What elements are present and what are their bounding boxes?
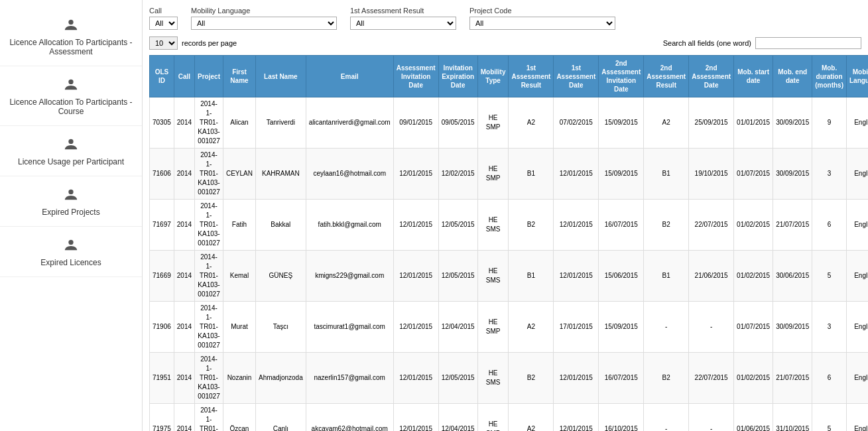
cell-2-5: fatih.bkkl@gmail.com [306,200,393,251]
cell-5-14: 01/02/2015 [734,353,773,404]
cell-2-12: B2 [644,200,689,251]
cell-4-16: 3 [812,302,847,353]
data-table: OLS ID Call Project First Name Last Name… [149,55,868,431]
cell-5-9: B2 [509,353,554,404]
call-filter-select[interactable]: All [149,17,178,30]
sidebar-item-label-1: Licence Allocation To Participants - Ass… [7,38,135,56]
cell-0-12: A2 [644,97,689,149]
cell-1-14: 01/07/2015 [734,149,773,200]
cell-4-7: 12/04/2015 [438,302,477,353]
cell-5-0: 71951 [150,353,174,404]
sidebar-item-label-4: Expired Projects [42,208,99,217]
mobility-language-filter: Mobility Language All [191,7,337,30]
cell-6-6: 12/01/2015 [393,404,438,432]
cell-4-8: HE SMP [477,302,509,353]
cell-1-17: English [846,149,868,200]
cell-3-16: 5 [812,251,847,302]
table-row[interactable]: 7195120142014-1-TR01-KA103-001027Nozanin… [150,353,869,404]
cell-3-8: HE SMS [477,251,509,302]
cell-2-4: Bakkal [255,200,306,251]
cell-0-5: alicantanriverdi@gmail.com [306,97,393,149]
filters-row: Call All Mobility Language All 1st Asses… [149,7,861,30]
cell-5-13: 22/07/2015 [689,353,734,404]
col-header-call: Call [174,56,194,97]
main-content: Call All Mobility Language All 1st Asses… [143,0,868,431]
table-row[interactable]: 7030520142014-1-TR01-KA103-001027AlicanT… [150,97,869,149]
search-input[interactable] [755,37,861,49]
table-row[interactable]: 7197520142014-1-TR01-KA103-001027ÖzcanCa… [150,404,869,432]
cell-3-7: 12/05/2015 [438,251,477,302]
cell-0-6: 09/01/2015 [393,97,438,149]
cell-5-7: 12/05/2015 [438,353,477,404]
col-header-mob-end-date: Mob. end date [773,56,812,97]
cell-0-10: 07/02/2015 [554,97,599,149]
cell-5-10: 12/01/2015 [554,353,599,404]
cell-2-17: English [846,200,868,251]
cell-4-2: 2014-1-TR01-KA103-001027 [195,302,223,353]
cell-5-3: Nozanin [223,353,255,404]
cell-3-12: B1 [644,251,689,302]
col-header-mob-start-date: Mob. start date [734,56,773,97]
col-header-mobility-type: Mobility Type [477,56,509,97]
person-icon-4 [62,186,80,204]
cell-5-4: Ahmadjonzoda [255,353,306,404]
cell-3-11: 15/06/2015 [599,251,644,302]
cell-1-6: 12/01/2015 [393,149,438,200]
sidebar-item-label-5: Expired Licences [40,258,101,267]
cell-4-10: 17/01/2015 [554,302,599,353]
col-header-ols-id: OLS ID [150,56,174,97]
cell-3-0: 71669 [150,251,174,302]
cell-6-9: A2 [509,404,554,432]
mobility-language-select[interactable]: All [191,17,337,30]
toolbar-left: 10 25 50 records per page [149,36,237,50]
cell-1-5: ceylaan16@hotmail.com [306,149,393,200]
project-code-filter: Project Code All [469,7,615,30]
cell-4-14: 01/07/2015 [734,302,773,353]
col-header-mob-duration: Mob. duration (months) [812,56,847,97]
person-icon-1 [62,16,80,34]
table-row[interactable]: 7190620142014-1-TR01-KA103-001027MuratTa… [150,302,869,353]
cell-2-15: 21/07/2015 [773,200,812,251]
sidebar-item-expired-projects[interactable]: Expired Projects [0,176,142,227]
assessment-result-select[interactable]: All [350,17,456,30]
cell-6-7: 12/04/2015 [438,404,477,432]
cell-3-4: GÜNEŞ [255,251,306,302]
col-header-mobility-language: Mobility Language [846,56,868,97]
cell-1-9: B1 [509,149,554,200]
project-code-label: Project Code [469,7,615,15]
cell-5-5: nazerlin157@gmail.com [306,353,393,404]
cell-2-16: 6 [812,200,847,251]
col-header-first-name: First Name [223,56,255,97]
cell-2-14: 01/02/2015 [734,200,773,251]
cell-2-9: B2 [509,200,554,251]
cell-1-4: KAHRAMAN [255,149,306,200]
table-body: 7030520142014-1-TR01-KA103-001027AlicanT… [150,97,869,432]
cell-3-5: kmigns229@gmail.com [306,251,393,302]
cell-1-7: 12/02/2015 [438,149,477,200]
person-icon-2 [62,76,80,94]
cell-2-3: Fatih [223,200,255,251]
cell-5-1: 2014 [174,353,194,404]
sidebar-item-licence-allocation-assessment[interactable]: Licence Allocation To Participants - Ass… [0,7,142,66]
col-header-project: Project [195,56,223,97]
cell-2-0: 71697 [150,200,174,251]
cell-1-12: B1 [644,149,689,200]
cell-0-11: 15/09/2015 [599,97,644,149]
project-code-select[interactable]: All [469,17,615,30]
assessment-result-label: 1st Assessment Result [350,7,456,15]
cell-3-17: English [846,251,868,302]
sidebar-item-expired-licences[interactable]: Expired Licences [0,227,142,277]
table-row[interactable]: 7160620142014-1-TR01-KA103-001027CEYLANK… [150,149,869,200]
table-row[interactable]: 7169720142014-1-TR01-KA103-001027FatihBa… [150,200,869,251]
svg-point-3 [68,190,73,194]
sidebar-item-licence-allocation-course[interactable]: Licence Allocation To Participants - Cou… [0,66,142,126]
cell-1-16: 3 [812,149,847,200]
cell-4-5: tascimurat1@gmail.com [306,302,393,353]
cell-1-2: 2014-1-TR01-KA103-001027 [195,149,223,200]
col-header-2nd-assessment-date: 2nd Assessment Date [689,56,734,97]
sidebar: Licence Allocation To Participants - Ass… [0,0,143,431]
records-per-page-select[interactable]: 10 25 50 [149,36,178,50]
cell-2-2: 2014-1-TR01-KA103-001027 [195,200,223,251]
table-row[interactable]: 7166920142014-1-TR01-KA103-001027KemalGÜ… [150,251,869,302]
sidebar-item-licence-usage[interactable]: Licence Usage per Participant [0,126,142,176]
